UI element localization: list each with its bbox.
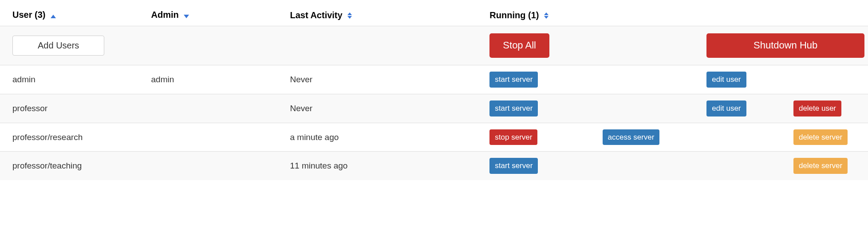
table-row: professor/researcha minute agostop serve… [0, 123, 868, 152]
edit-user-button[interactable]: edit user [706, 100, 746, 116]
cell-user: professor/research [0, 123, 148, 152]
table-header-row: User (3) Admin Last Activity Running (1) [0, 4, 868, 26]
delete-server-button[interactable]: delete server [793, 158, 848, 174]
sort-asc-icon [51, 10, 56, 20]
delete-server-button[interactable]: delete server [793, 129, 848, 145]
col-header-admin-label: Admin [151, 10, 179, 20]
cell-edit [703, 152, 790, 180]
cell-access [599, 65, 703, 94]
cell-server-action: stop server [486, 123, 599, 152]
cell-admin [148, 123, 287, 152]
col-header-admin[interactable]: Admin [148, 4, 287, 26]
shutdown-hub-button[interactable]: Shutdown Hub [706, 33, 864, 58]
sort-both-icon [544, 12, 548, 19]
cell-access [599, 152, 703, 180]
access-server-button[interactable]: access server [603, 129, 660, 145]
start-server-button[interactable]: start server [489, 72, 538, 88]
add-users-button[interactable]: Add Users [12, 36, 104, 56]
table-row: adminadminNeverstart serveredit user [0, 65, 868, 94]
cell-access: access server [599, 123, 703, 152]
users-table: User (3) Admin Last Activity Running (1)… [0, 4, 868, 180]
col-header-activity-label: Last Activity [290, 10, 342, 20]
cell-admin [148, 94, 287, 123]
cell-server-action: start server [486, 94, 599, 123]
cell-admin [148, 152, 287, 180]
cell-delete: delete server [790, 152, 868, 180]
cell-server-action: start server [486, 65, 599, 94]
cell-access [599, 94, 703, 123]
col-header-user[interactable]: User (3) [0, 4, 148, 26]
cell-delete: delete user [790, 94, 868, 123]
stop-all-button[interactable]: Stop All [489, 33, 549, 58]
cell-delete: delete server [790, 123, 868, 152]
col-header-user-label: User (3) [12, 10, 45, 20]
start-server-button[interactable]: start server [489, 158, 538, 174]
cell-last-activity: Never [286, 65, 486, 94]
cell-delete [790, 65, 868, 94]
cell-user: admin [0, 65, 148, 94]
col-header-last-activity[interactable]: Last Activity [286, 4, 486, 26]
cell-user: professor/teaching [0, 152, 148, 180]
cell-edit: edit user [703, 94, 790, 123]
stop-server-button[interactable]: stop server [489, 129, 537, 145]
sort-desc-icon [184, 10, 189, 20]
table-row: professor/teaching11 minutes agostart se… [0, 152, 868, 180]
sort-both-icon [347, 12, 352, 19]
cell-edit [703, 123, 790, 152]
table-row: professorNeverstart serveredit userdelet… [0, 94, 868, 123]
controls-row: Add Users Stop All Shutdown Hub [0, 26, 868, 65]
cell-user: professor [0, 94, 148, 123]
edit-user-button[interactable]: edit user [706, 72, 746, 88]
cell-server-action: start server [486, 152, 599, 180]
cell-edit: edit user [703, 65, 790, 94]
col-header-running-label: Running (1) [489, 10, 539, 20]
delete-user-button[interactable]: delete user [793, 100, 841, 116]
cell-last-activity: Never [286, 94, 486, 123]
cell-admin: admin [148, 65, 287, 94]
col-header-running[interactable]: Running (1) [486, 4, 868, 26]
cell-last-activity: a minute ago [286, 123, 486, 152]
cell-last-activity: 11 minutes ago [286, 152, 486, 180]
start-server-button[interactable]: start server [489, 100, 538, 116]
